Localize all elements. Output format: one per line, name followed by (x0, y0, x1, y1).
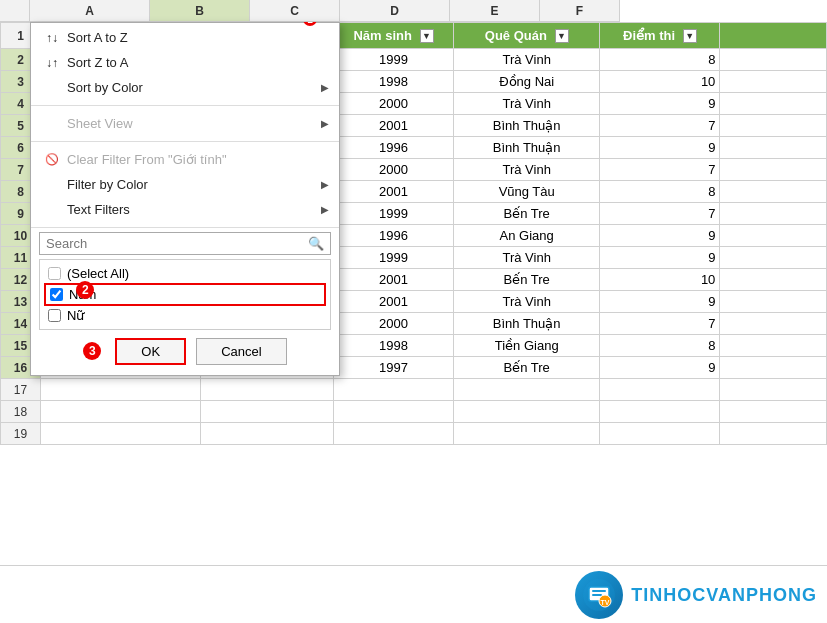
nam-sinh-cell (334, 423, 454, 445)
text-filters-item[interactable]: Text Filters ▶ (31, 197, 339, 222)
nam-sinh-cell: 1998 (334, 71, 454, 93)
search-icon: 🔍 (302, 236, 330, 251)
nam-sinh-cell: 2000 (334, 159, 454, 181)
search-container[interactable]: 🔍 (39, 232, 331, 255)
ten-cell (40, 423, 200, 445)
text-filters-arrow: ▶ (321, 204, 329, 215)
col-header-e: E (450, 0, 540, 22)
nam-sinh-cell: 1996 (334, 137, 454, 159)
sort-za-label: Sort Z to A (67, 55, 128, 70)
column-letter-headers: A B C D E F (0, 0, 827, 22)
col-f-cell (720, 203, 827, 225)
que-quan-cell: Trà Vinh (453, 247, 600, 269)
cancel-button[interactable]: Cancel (196, 338, 286, 365)
filter-by-color-arrow: ▶ (321, 179, 329, 190)
btn-row: 3 OK Cancel (31, 338, 339, 371)
sheet-view-arrow: ▶ (321, 118, 329, 129)
filter-btn-nam-sinh[interactable]: ▼ (420, 29, 434, 43)
nam-sinh-cell: 2000 (334, 313, 454, 335)
diem-thi-cell: 7 (600, 115, 720, 137)
th-nam-sinh-label: Năm sinh (353, 28, 412, 43)
sort-by-color-item[interactable]: Sort by Color ▶ (31, 75, 339, 100)
gioi-tinh-cell (200, 423, 333, 445)
sort-az-label: Sort A to Z (67, 30, 128, 45)
filter-btn-diem-thi[interactable]: ▼ (683, 29, 697, 43)
divider-1 (31, 105, 339, 106)
gioi-tinh-cell (200, 379, 333, 401)
que-quan-cell (453, 401, 600, 423)
diem-thi-cell: 9 (600, 93, 720, 115)
nam-checkbox[interactable] (50, 288, 63, 301)
th-diem-thi-label: Điểm thi (623, 28, 675, 43)
nam-item[interactable]: Nam 2 (44, 283, 326, 306)
diem-thi-cell: 9 (600, 137, 720, 159)
diem-thi-cell: 7 (600, 159, 720, 181)
col-f-cell (720, 269, 827, 291)
nam-sinh-cell: 1999 (334, 49, 454, 71)
sort-by-color-label: Sort by Color (67, 80, 143, 95)
diem-thi-cell: 9 (600, 357, 720, 379)
diem-thi-cell (600, 423, 720, 445)
diem-thi-cell: 9 (600, 225, 720, 247)
col-f-cell (720, 93, 827, 115)
ok-button[interactable]: OK (115, 338, 186, 365)
bottom-bar: TV TINHOCVANPHONG (0, 565, 827, 623)
filter-section: 🚫 Clear Filter From "Giới tính" Filter b… (31, 145, 339, 224)
col-header-b: B (150, 0, 250, 22)
nam-sinh-cell: 1999 (334, 203, 454, 225)
nam-sinh-cell: 2001 (334, 291, 454, 313)
diem-thi-cell: 9 (600, 291, 720, 313)
col-header-c: C (250, 0, 340, 22)
row-num-cell: 19 (1, 423, 41, 445)
step3-badge: 3 (83, 342, 101, 360)
que-quan-cell: Bình Thuận (453, 115, 600, 137)
sort-za-icon: ↓↑ (43, 56, 61, 70)
que-quan-cell: Tiền Giang (453, 335, 600, 357)
filter-btn-que-quan[interactable]: ▼ (555, 29, 569, 43)
col-f-cell (720, 335, 827, 357)
diem-thi-cell: 7 (600, 203, 720, 225)
col-f-cell (720, 115, 827, 137)
gioi-tinh-cell (200, 401, 333, 423)
checkbox-list: (Select All) Nam 2 Nữ (39, 259, 331, 330)
search-input[interactable] (40, 233, 302, 254)
col-f-cell (720, 379, 827, 401)
diem-thi-cell (600, 379, 720, 401)
nam-sinh-cell: 1997 (334, 357, 454, 379)
spreadsheet: A B C D E F 1 Tên ▼ Giới tính ▼ (0, 0, 827, 623)
logo-circle: TV (575, 571, 623, 619)
th-que-quan: Quê Quán ▼ (453, 23, 600, 49)
sort-az-item[interactable]: ↑↓ Sort A to Z (31, 25, 339, 50)
nam-sinh-cell (334, 401, 454, 423)
que-quan-cell: Bến Tre (453, 357, 600, 379)
divider-3 (31, 227, 339, 228)
filter-dropdown: ↑↓ Sort A to Z ↓↑ Sort Z to A Sort by Co… (30, 22, 340, 376)
clear-filter-item: 🚫 Clear Filter From "Giới tính" (31, 147, 339, 172)
nu-checkbox[interactable] (48, 309, 61, 322)
col-f-cell (720, 49, 827, 71)
col-f-cell (720, 401, 827, 423)
th-diem-thi: Điểm thi ▼ (600, 23, 720, 49)
row-num-cell: 17 (1, 379, 41, 401)
ten-cell (40, 379, 200, 401)
diem-thi-cell: 7 (600, 313, 720, 335)
diem-thi-cell: 8 (600, 49, 720, 71)
que-quan-cell: Trà Vinh (453, 291, 600, 313)
diem-thi-cell: 9 (600, 247, 720, 269)
col-f-cell (720, 357, 827, 379)
sort-az-icon: ↑↓ (43, 31, 61, 45)
diem-thi-cell: 8 (600, 335, 720, 357)
que-quan-cell: An Giang (453, 225, 600, 247)
que-quan-cell: Bến Tre (453, 269, 600, 291)
nu-item[interactable]: Nữ (44, 306, 326, 325)
sort-za-item[interactable]: ↓↑ Sort Z to A (31, 50, 339, 75)
sheet-view-item: Sheet View ▶ (31, 111, 339, 136)
diem-thi-cell: 10 (600, 71, 720, 93)
sheet-view-label: Sheet View (67, 116, 133, 131)
nam-sinh-cell: 1996 (334, 225, 454, 247)
filter-by-color-item[interactable]: Filter by Color ▶ (31, 172, 339, 197)
select-all-label: (Select All) (67, 266, 129, 281)
que-quan-cell: Trà Vinh (453, 159, 600, 181)
row-num-header-blank (0, 0, 30, 22)
select-all-checkbox[interactable] (48, 267, 61, 280)
